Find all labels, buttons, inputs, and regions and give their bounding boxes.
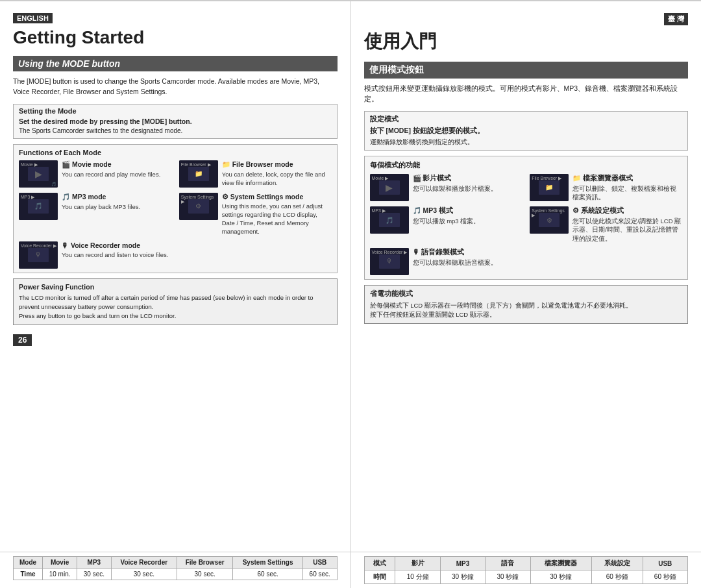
power-saving-box-tw: 省電功能模式 於每個模式下 LCD 顯示器在一段時間後（見下方）會關閉，以避免電… (364, 285, 689, 325)
table-header: File Browser (177, 557, 233, 569)
setting-mode-bold: Set the desired mode by pressing the [MO… (19, 117, 332, 125)
table-row: Time (14, 569, 43, 580)
voicerec-mode-text-tw: 🎙 語音錄製模式 您可以錄製和聽取語音檔案。 (413, 248, 523, 267)
syssettings-mode-desc: Using this mode, you can set / adjust se… (222, 202, 332, 236)
table-header: Voice Recorder (111, 557, 177, 569)
syssettings-mode-text: ⚙ System Settings mode Using this mode, … (222, 193, 332, 236)
list-item: MP3 ▶ 🎵 🎵 MP3 mode You can play back MP3… (19, 193, 171, 236)
power-saving-text-en: The LCD monitor is turned off after a ce… (19, 293, 332, 321)
filebrowser-thumb-tw: File Browser ▶ 📁 (530, 174, 569, 201)
list-item: System Settings ▶ ⚙ ⚙ System Settings mo… (179, 193, 332, 236)
mode-table-tw: 模式 影片 MP3 語音 檔案瀏覽器 系統設定 USB 時間 10 分鐘 30 … (364, 556, 689, 584)
table-row: 10 分鐘 (395, 570, 440, 584)
power-saving-text-tw: 於每個模式下 LCD 顯示器在一段時間後（見下方）會關閉，以避免電池電力不必要地… (370, 301, 683, 320)
list-item: Movie ▶ ▶ 🎬 影片模式 您可以錄製和播放影片檔案。 (370, 174, 523, 202)
list-item: Voice Recorder ▶ 🎙 🎙 語音錄製模式 您可以錄製和聽取語音檔案… (370, 248, 523, 275)
power-saving-box-en: Power Saving Function The LCD monitor is… (13, 278, 338, 326)
setting-mode-text-tw: 運動攝錄放影機切換到指定的模式。 (370, 137, 683, 147)
table-header: MP3 (77, 557, 111, 569)
right-title: 使用入門 (364, 29, 689, 54)
table-header: Mode (14, 557, 43, 569)
right-column: 臺 灣 使用入門 使用模式按鈕 模式按鈕用來變更運動攝錄放影機的模式。可用的模式… (351, 1, 702, 552)
list-item: System Settings ▶ ⚙ ⚙ 系統設定模式 您可以使此模式來設定/… (530, 206, 682, 243)
movie-mode-name-tw: 🎬 影片模式 (413, 174, 523, 183)
filebrowser-mode-name: 📁 File Browser mode (222, 160, 332, 169)
intro-text-tw: 模式按鈕用來變更運動攝錄放影機的模式。可用的模式有影片、MP3、錄音機、檔案瀏覽… (364, 84, 689, 104)
page-number: 26 (13, 334, 32, 346)
table-row: 60 sec. (233, 569, 303, 580)
voicerec-mode-text: 🎙 Voice Recorder mode You can record and… (62, 241, 171, 259)
bottom-section: Mode Movie MP3 Voice Recorder File Brows… (0, 552, 701, 588)
setting-mode-text: The Sports Camcorder switches to the des… (19, 127, 332, 136)
movie-thumb-tw: Movie ▶ ▶ (370, 174, 409, 201)
tw-badge: 臺 灣 (664, 13, 688, 25)
mp3-thumb: MP3 ▶ 🎵 (19, 193, 58, 220)
mp3-mode-name-tw: 🎵 MP3 模式 (413, 206, 523, 215)
voicerec-thumb: Voice Recorder ▶ 🎙 (19, 241, 58, 269)
movie-mode-desc-tw: 您可以錄製和播放影片檔案。 (413, 184, 523, 193)
power-saving-title-en: Power Saving Function (19, 283, 332, 291)
mp3-mode-name: 🎵 MP3 mode (62, 193, 171, 201)
setting-mode-box-tw: 設定模式 按下 [MODE] 按鈕設定想要的模式。 運動攝錄放影機切換到指定的模… (364, 111, 689, 151)
functions-title-en: Functions of Each Mode (19, 149, 332, 156)
list-item: Movie ▶ ▶ 🎵 🎬 Movie mode You can record … (19, 160, 171, 188)
intro-text-en: The [MODE] button is used to change the … (13, 77, 338, 97)
mode-header-tw: 使用模式按鈕 (364, 62, 689, 79)
bottom-right: 模式 影片 MP3 語音 檔案瀏覽器 系統設定 USB 時間 10 分鐘 30 … (351, 552, 702, 588)
mp3-mode-desc: You can play back MP3 files. (62, 202, 171, 211)
voicerec-thumb-tw: Voice Recorder ▶ 🎙 (370, 248, 409, 275)
table-header: 系統設定 (591, 557, 643, 570)
mp3-mode-text: 🎵 MP3 mode You can play back MP3 files. (62, 193, 171, 211)
table-row: 30 sec. (177, 569, 233, 580)
setting-mode-bold-tw: 按下 [MODE] 按鈕設定想要的模式。 (370, 127, 683, 136)
table-row: 30 秒鐘 (530, 570, 591, 584)
setting-mode-box: Setting the Mode Set the desired mode by… (13, 104, 338, 139)
syssettings-mode-text-tw: ⚙ 系統設定模式 您可以使此模式來設定/調整於 LCD 顯示器、日期/時間、重設… (572, 206, 682, 243)
table-row: 30 秒鐘 (486, 570, 530, 584)
table-header: 模式 (364, 557, 395, 570)
voicerec-mode-name: 🎙 Voice Recorder mode (62, 241, 171, 249)
table-header: 語音 (486, 557, 530, 570)
list-item: File Browser ▶ 📁 📁 File Browser mode You… (179, 160, 332, 188)
table-row: 10 min. (43, 569, 77, 580)
left-title: Getting Started (13, 27, 338, 48)
syssettings-mode-desc-tw: 您可以使此模式來設定/調整於 LCD 顯示器、日期/時間、重設以及記憶體管理的設… (572, 217, 682, 243)
syssettings-mode-name-tw: ⚙ 系統設定模式 (572, 206, 682, 215)
main-content: ENGLISH Getting Started Using the MODE b… (0, 0, 701, 552)
filebrowser-mode-name-tw: 📁 檔案瀏覽器模式 (572, 174, 682, 183)
syssettings-mode-name: ⚙ System Settings mode (222, 193, 332, 201)
list-item: MP3 ▶ 🎵 🎵 MP3 模式 您可以播放 mp3 檔案。 (370, 206, 523, 243)
setting-mode-title-tw: 設定模式 (370, 114, 683, 124)
setting-mode-title: Setting the Mode (19, 107, 332, 115)
mode-header-en: Using the MODE button (13, 56, 338, 71)
power-saving-title-tw: 省電功能模式 (370, 289, 683, 299)
left-column: ENGLISH Getting Started Using the MODE b… (0, 1, 351, 552)
filebrowser-thumb: File Browser ▶ 📁 (179, 160, 218, 188)
functions-box-en: Functions of Each Mode Movie ▶ ▶ 🎵 (13, 144, 338, 273)
table-row: 時間 (364, 570, 395, 584)
voicerec-mode-desc: You can record and listen to voice files… (62, 251, 171, 259)
filebrowser-mode-text: 📁 File Browser mode You can delete, lock… (222, 160, 332, 188)
mp3-mode-text-tw: 🎵 MP3 模式 您可以播放 mp3 檔案。 (413, 206, 523, 225)
mode-grid-tw: Movie ▶ ▶ 🎬 影片模式 您可以錄製和播放影片檔案。 (370, 174, 683, 275)
movie-mode-text-tw: 🎬 影片模式 您可以錄製和播放影片檔案。 (413, 174, 523, 193)
english-badge: ENGLISH (13, 13, 53, 23)
syssettings-thumb-tw: System Settings ▶ ⚙ (530, 206, 569, 234)
functions-title-tw: 每個模式的功能 (370, 160, 683, 170)
table-header: MP3 (440, 557, 485, 570)
table-header: USB (643, 557, 687, 570)
filebrowser-mode-desc: You can delete, lock, copy the file and … (222, 170, 332, 188)
list-item: File Browser ▶ 📁 📁 檔案瀏覽器模式 您可以刪除、鎖定、複製檔案… (530, 174, 682, 202)
table-header: USB (302, 557, 337, 569)
functions-box-tw: 每個模式的功能 Movie ▶ ▶ (364, 156, 689, 280)
filebrowser-mode-desc-tw: 您可以刪除、鎖定、複製檔案和檢視檔案資訊。 (572, 184, 682, 202)
page: ENGLISH Getting Started Using the MODE b… (0, 0, 701, 588)
table-row: 30 sec. (77, 569, 111, 580)
movie-mode-desc: You can record and play movie files. (62, 170, 171, 178)
movie-thumb: Movie ▶ ▶ 🎵 (19, 160, 58, 188)
table-row: 60 秒鐘 (591, 570, 643, 584)
table-row: 30 sec. (111, 569, 177, 580)
voicerec-mode-name-tw: 🎙 語音錄製模式 (413, 248, 523, 257)
voicerec-mode-desc-tw: 您可以錄製和聽取語音檔案。 (413, 258, 523, 267)
table-header: System Settings (233, 557, 303, 569)
